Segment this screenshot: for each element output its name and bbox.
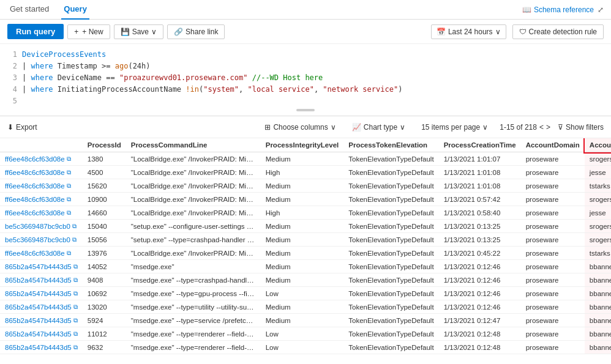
row-domain-cell: proseware <box>521 233 585 247</box>
tab-get-started[interactable]: Get started <box>7 0 51 20</box>
drag-handle[interactable] <box>7 107 604 113</box>
chart-icon: 📈 <box>352 123 361 132</box>
col-header-processid[interactable]: ProcessId <box>83 138 126 152</box>
row-integrity-cell: Medium <box>261 247 344 260</box>
row-creationtime-cell: 1/13/2021 0:58:40 <box>439 206 521 220</box>
query-line-4: 4 | where InitiatingProcessAccountName !… <box>7 84 604 95</box>
row-accountname-cell: srogers <box>585 233 611 247</box>
table-row: 865b2a4547b4443d5⧉ 10692 "msedge.exe" --… <box>0 287 611 300</box>
row-creationtime-cell: 1/13/2021 0:13:25 <box>439 233 521 247</box>
row-id-cell[interactable]: ff6ee48c6cf63d08e⧉ <box>0 193 83 206</box>
calendar-icon: 📅 <box>437 28 446 36</box>
row-integrity-cell: Low <box>261 327 344 341</box>
row-domain-cell: proseware <box>521 193 585 206</box>
nav-right: 📖 Schema reference ⤢ <box>522 6 604 14</box>
row-commandline-cell: "msedge.exe" --type=renderer --field-tri… <box>126 341 261 354</box>
items-per-page-selector[interactable]: 15 items per page ∨ <box>417 121 492 133</box>
row-integrity-cell: Medium <box>261 300 344 314</box>
row-id-cell[interactable]: 865b2a4547b4443d5⧉ <box>0 300 83 314</box>
row-id-cell[interactable]: ff6ee48c6cf63d08e⧉ <box>0 206 83 220</box>
show-filters-button[interactable]: ⊽ Show filters <box>558 123 604 132</box>
top-nav: Get started Query 📖 Schema reference ⤢ <box>0 0 611 20</box>
row-processid-cell: 9408 <box>83 273 126 287</box>
chevron-down-icon: ∨ <box>151 28 157 36</box>
row-commandline-cell: "msedge.exe" --type=crashpad-handler --u… <box>126 273 261 287</box>
row-id-cell[interactable]: 865b2a4547b4443d5⧉ <box>0 287 83 300</box>
row-domain-cell: proseware <box>521 300 585 314</box>
row-accountname-cell: bbanner <box>585 300 611 314</box>
query-editor[interactable]: 1 DeviceProcessEvents 2 | where Timestam… <box>0 44 611 116</box>
table-row: be5c3669487bc9cb0⧉ 15056 "setup.exe" --t… <box>0 233 611 247</box>
row-commandline-cell: "msedge.exe" <box>126 260 261 273</box>
row-token-cell: TokenElevationTypeDefault <box>343 273 438 287</box>
chevron-down-icon: ∨ <box>482 123 488 132</box>
row-token-cell: TokenElevationTypeDefault <box>343 287 438 300</box>
row-id-cell[interactable]: be5c3669487bc9cb0⧉ <box>0 220 83 233</box>
row-creationtime-cell: 1/13/2021 0:57:42 <box>439 193 521 206</box>
row-id-cell[interactable]: ff6ee48c6cf63d08e⧉ <box>0 152 83 166</box>
row-integrity-cell: High <box>261 206 344 220</box>
tab-query[interactable]: Query <box>61 0 89 20</box>
row-domain-cell: proseware <box>521 247 585 260</box>
row-creationtime-cell: 1/13/2021 1:01:08 <box>439 166 521 179</box>
choose-columns-button[interactable]: ⊞ Choose columns ∨ <box>260 121 340 133</box>
results-actions: ⊞ Choose columns ∨ 📈 Chart type ∨ 15 ite… <box>260 121 604 133</box>
row-commandline-cell: "LocalBridge.exe" /InvokerPRAID: Microso… <box>126 152 261 166</box>
book-icon: 📖 <box>522 6 531 14</box>
row-token-cell: TokenElevationTypeDefault <box>343 233 438 247</box>
create-detection-rule-button[interactable]: 🛡 Create detection rule <box>512 24 604 39</box>
row-processid-cell: 10900 <box>83 193 126 206</box>
col-header-accountname[interactable]: AccountName <box>585 138 611 152</box>
row-id-cell[interactable]: 865b2a4547b4443d5⧉ <box>0 327 83 341</box>
results-toolbar: ⬇ Export ⊞ Choose columns ∨ 📈 Chart type… <box>0 116 611 138</box>
schema-reference-link[interactable]: 📖 Schema reference <box>522 6 594 14</box>
row-processid-cell: 15620 <box>83 179 126 193</box>
results-table-container: ProcessId ProcessCommandLine ProcessInte… <box>0 138 611 364</box>
row-id-cell[interactable]: 865b2a4547b4443d5⧉ <box>0 341 83 354</box>
row-id-cell[interactable]: 865b2a4547b4443d5⧉ <box>0 260 83 273</box>
next-page-button[interactable]: > <box>546 123 550 132</box>
row-id-cell[interactable]: 865b2a4547b4443d5⧉ <box>0 273 83 287</box>
col-header-domain[interactable]: AccountDomain <box>521 138 585 152</box>
plus-icon: + <box>74 28 78 36</box>
row-token-cell: TokenElevationTypeDefault <box>343 341 438 354</box>
chart-type-button[interactable]: 📈 Chart type ∨ <box>348 121 410 133</box>
row-commandline-cell: "msedge.exe" --type=utility --utility-su… <box>126 300 261 314</box>
row-domain-cell: proseware <box>521 314 585 327</box>
row-id-cell[interactable]: 865b2a4547b4443d5⧉ <box>0 314 83 327</box>
row-accountname-cell: bbanner <box>585 327 611 341</box>
row-id-cell[interactable]: ff6ee48c6cf63d08e⧉ <box>0 247 83 260</box>
time-range-selector[interactable]: 📅 Last 24 hours ∨ <box>431 24 506 39</box>
row-processid-cell: 14052 <box>83 260 126 273</box>
row-id-cell[interactable]: ff6ee48c6cf63d08e⧉ <box>0 179 83 193</box>
col-header-commandline[interactable]: ProcessCommandLine <box>126 138 261 152</box>
prev-page-button[interactable]: < <box>539 123 544 132</box>
results-table: ProcessId ProcessCommandLine ProcessInte… <box>0 138 611 354</box>
col-header-integrity[interactable]: ProcessIntegrityLevel <box>261 138 344 152</box>
table-row: ff6ee48c6cf63d08e⧉ 4500 "LocalBridge.exe… <box>0 166 611 179</box>
export-button[interactable]: ⬇ Export <box>7 123 37 132</box>
row-processid-cell: 5924 <box>83 314 126 327</box>
row-token-cell: TokenElevationTypeDefault <box>343 193 438 206</box>
expand-icon[interactable]: ⤢ <box>598 6 604 14</box>
row-token-cell: TokenElevationTypeDefault <box>343 260 438 273</box>
table-row: 865b2a4547b4443d5⧉ 14052 "msedge.exe" Me… <box>0 260 611 273</box>
toolbar-left: Run query + + New 💾 Save ∨ 🔗 Share link <box>7 24 225 39</box>
row-accountname-cell: bbanner <box>585 273 611 287</box>
row-creationtime-cell: 1/13/2021 0:13:25 <box>439 220 521 233</box>
row-domain-cell: proseware <box>521 152 585 166</box>
row-id-cell[interactable]: ff6ee48c6cf63d08e⧉ <box>0 166 83 179</box>
save-button[interactable]: 💾 Save ∨ <box>114 24 163 39</box>
new-button[interactable]: + + New <box>67 24 110 39</box>
row-commandline-cell: "LocalBridge.exe" /InvokerPRAID: Microso… <box>126 193 261 206</box>
run-query-button[interactable]: Run query <box>7 24 64 39</box>
row-creationtime-cell: 1/13/2021 1:01:08 <box>439 179 521 193</box>
col-header-token[interactable]: ProcessTokenElevation <box>343 138 438 152</box>
row-domain-cell: proseware <box>521 179 585 193</box>
row-accountname-cell: bbanner <box>585 341 611 354</box>
row-creationtime-cell: 1/13/2021 0:45:22 <box>439 247 521 260</box>
col-header-creationtime[interactable]: ProcessCreationTime <box>439 138 521 152</box>
row-id-cell[interactable]: be5c3669487bc9cb0⧉ <box>0 233 83 247</box>
share-link-button[interactable]: 🔗 Share link <box>167 24 225 39</box>
table-row: ff6ee48c6cf63d08e⧉ 15620 "LocalBridge.ex… <box>0 179 611 193</box>
